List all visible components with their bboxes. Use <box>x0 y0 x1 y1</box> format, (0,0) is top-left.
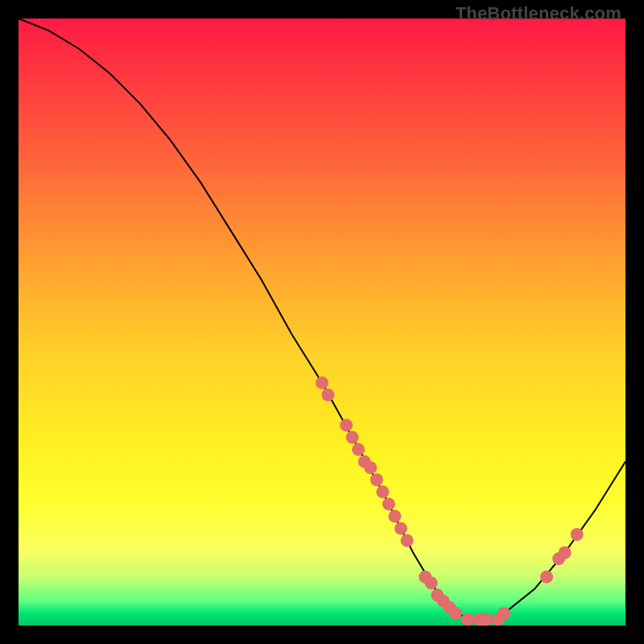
data-point <box>401 534 414 547</box>
data-point <box>352 443 365 456</box>
data-point <box>376 485 389 498</box>
data-point <box>540 571 553 584</box>
chart-svg <box>19 19 625 625</box>
data-point <box>461 613 474 626</box>
data-point <box>389 510 402 522</box>
data-point <box>370 473 383 486</box>
data-point <box>449 607 462 620</box>
data-point <box>425 576 438 589</box>
data-point <box>382 497 395 510</box>
data-point <box>346 431 359 444</box>
marker-layer <box>316 376 584 625</box>
data-point <box>559 547 572 559</box>
data-point <box>497 607 510 620</box>
data-point <box>340 419 353 431</box>
chart-frame: TheBottleneck.com <box>0 0 644 644</box>
plot-area <box>19 19 625 625</box>
data-point <box>322 389 335 402</box>
bottleneck-curve <box>19 19 625 620</box>
data-point <box>364 461 377 474</box>
data-point <box>316 376 328 389</box>
data-point <box>480 613 493 626</box>
data-point <box>394 522 407 535</box>
data-point <box>571 528 584 541</box>
curve-layer <box>19 19 625 620</box>
